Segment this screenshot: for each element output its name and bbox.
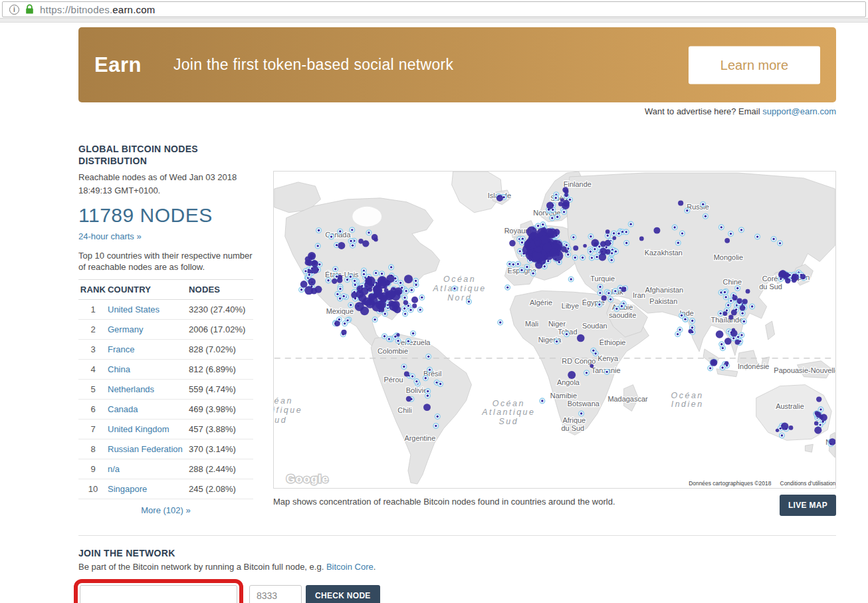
live-map-button[interactable]: LIVE MAP	[780, 495, 836, 516]
nodes-cell: 469 (3.98%)	[189, 400, 253, 420]
map-ocean-label: Sud	[498, 417, 518, 426]
map-ocean-label: Océan	[443, 275, 476, 284]
map-ocean-label: Indien	[671, 400, 704, 410]
country-cell: n/a	[108, 459, 189, 479]
map-country-label: saoudite	[609, 311, 636, 319]
map-country-label: Mongolie	[714, 253, 743, 261]
map-country-label: Iran	[633, 291, 645, 299]
node-count: 11789 NODES	[78, 204, 253, 227]
nodes-cell: 245 (2.08%)	[189, 479, 253, 499]
page-info-icon[interactable]: i	[9, 5, 19, 15]
map-country-label: Botswana	[568, 400, 600, 408]
table-row: 1United States3230 (27.40%)	[78, 300, 253, 320]
map-ocean-label: ifique	[274, 406, 302, 415]
nodes-cell: 559 (4.74%)	[189, 380, 253, 400]
country-link[interactable]: France	[108, 344, 134, 354]
ssl-lock-icon[interactable]	[25, 4, 34, 15]
node-address-input[interactable]	[80, 585, 237, 603]
map-country-label: Libye	[562, 302, 579, 310]
map-country-label: Indonésie	[738, 362, 769, 370]
map-country-label: Argentine	[404, 434, 435, 442]
rank-cell: 4	[78, 360, 108, 380]
country-cell: United States	[108, 300, 189, 320]
map-country-label: du Sud	[562, 424, 585, 432]
table-row: 8Russian Federation370 (3.14%)	[78, 439, 253, 459]
top10-description: Top 10 countries with their respective n…	[78, 250, 253, 273]
map-country-label: Bolivie	[406, 386, 427, 394]
rank-cell: 6	[78, 400, 108, 420]
country-link[interactable]: Canada	[108, 404, 138, 414]
map-country-label: Chine	[723, 278, 742, 286]
country-link[interactable]: Singapore	[108, 484, 147, 494]
table-row: 6Canada469 (3.98%)	[78, 400, 253, 420]
country-link[interactable]: Germany	[108, 324, 143, 334]
table-row: 9n/a288 (2.44%)	[78, 459, 253, 479]
map-ocean-label: Atlantique	[432, 284, 486, 293]
rank-cell: 9	[78, 459, 108, 479]
map-country-label: Mali	[525, 320, 538, 328]
port-input[interactable]	[249, 585, 302, 603]
address-bar[interactable]: i https://bitnodes.earn.com	[2, 1, 866, 17]
check-node-button[interactable]: CHECK NODE	[306, 585, 380, 603]
map-country-label: Algérie	[530, 299, 552, 306]
map-country-label: Kenya	[597, 354, 619, 362]
country-header: COUNTRY	[108, 280, 189, 300]
country-link[interactable]: China	[108, 364, 130, 374]
nodes-cell: 828 (7.02%)	[189, 340, 253, 360]
world-map-svg: CanadaÉtats-UnisMexiqueIslandeNorvègeSuè…	[274, 172, 835, 488]
map-attribution: Données cartographiques ©2018	[689, 480, 771, 487]
rank-header: RANK	[78, 280, 108, 300]
map-ocean-label: ud	[274, 416, 287, 425]
map-country-label: Mexique	[326, 307, 354, 315]
more-countries-link[interactable]: More (102) »	[78, 505, 253, 515]
map-country-label: Venezuela	[396, 338, 431, 346]
map-country-label: Pérou	[383, 376, 403, 384]
country-link[interactable]: Russian Federation	[108, 444, 183, 454]
rank-cell: 8	[78, 439, 108, 459]
country-link[interactable]: United Kingdom	[108, 424, 169, 434]
country-cell: Netherlands	[108, 380, 189, 400]
nodes-cell: 370 (3.14%)	[189, 439, 253, 459]
rank-cell: 10	[78, 479, 108, 499]
url-text: https://bitnodes.earn.com	[40, 4, 155, 15]
table-row: 5Netherlands559 (4.74%)	[78, 380, 253, 400]
bitcoin-core-link[interactable]: Bitcoin Core	[326, 562, 374, 572]
top-countries-table: RANK COUNTRY NODES 1United States3230 (2…	[78, 279, 253, 499]
charts-link[interactable]: 24-hour charts »	[78, 231, 142, 241]
country-cell: France	[108, 340, 189, 360]
map-country-label: Madagascar	[607, 395, 648, 403]
join-network-section: JOIN THE NETWORK Be part of the Bitcoin …	[78, 535, 836, 603]
table-header-row: RANK COUNTRY NODES	[78, 280, 253, 300]
country-cell: United Kingdom	[108, 420, 189, 439]
map-country-label: Colombie	[378, 347, 408, 355]
earn-banner[interactable]: Earn Join the first token-based social n…	[78, 27, 836, 102]
map-caption: Map shows concentration of reachable Bit…	[273, 497, 780, 507]
country-cell: Canada	[108, 400, 189, 420]
nodes-cell: 457 (3.88%)	[189, 420, 253, 439]
browser-chrome: i https://bitnodes.earn.com	[0, 0, 868, 18]
map-section: CanadaÉtats-UnisMexiqueIslandeNorvègeSuè…	[273, 143, 836, 516]
map-country-label: Pakistan	[649, 297, 677, 305]
rank-cell: 1	[78, 300, 108, 320]
map-ocean-label: Océan	[671, 391, 704, 400]
country-cell: Singapore	[108, 479, 189, 499]
map-country-label: Finlande	[564, 180, 592, 188]
support-email-link[interactable]: support@earn.com	[762, 106, 836, 116]
map-ocean-label: éan	[274, 396, 293, 406]
map-country-label: Papouasie-Nouvelle-G	[774, 366, 835, 374]
map-ocean-label: Atlantique	[481, 408, 535, 417]
nodes-cell: 3230 (27.40%)	[189, 300, 253, 320]
learn-more-button[interactable]: Learn more	[689, 46, 820, 84]
top-countries-body: 1United States3230 (27.40%)2Germany2006 …	[78, 300, 253, 499]
rank-cell: 7	[78, 420, 108, 439]
map-country-label: du Sud	[759, 283, 782, 291]
map-country-label: Éthiopie	[599, 338, 626, 346]
country-link[interactable]: n/a	[108, 464, 120, 474]
country-link[interactable]: Netherlands	[108, 384, 154, 394]
join-network-description: Be part of the Bitcoin network by runnin…	[78, 562, 836, 572]
country-cell: China	[108, 360, 189, 380]
country-link[interactable]: United States	[108, 304, 160, 314]
table-row: 10Singapore245 (2.08%)	[78, 479, 253, 499]
map-terms-link[interactable]: Conditions d'utilisation	[780, 480, 835, 487]
nodes-map[interactable]: CanadaÉtats-UnisMexiqueIslandeNorvègeSuè…	[273, 171, 836, 489]
